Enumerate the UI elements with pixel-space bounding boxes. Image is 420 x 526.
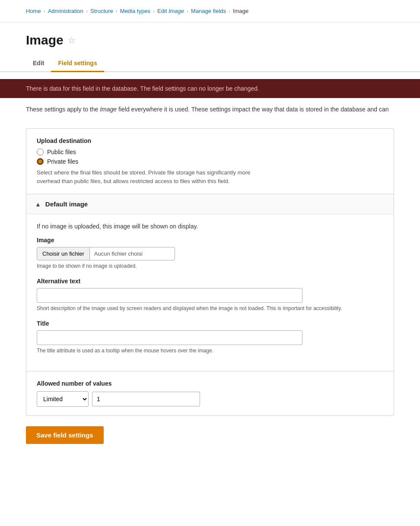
default-image-header[interactable]: ▲ Default image bbox=[26, 194, 394, 214]
breadcrumb-home[interactable]: Home bbox=[26, 8, 41, 14]
breadcrumb-administration[interactable]: Administration bbox=[48, 8, 83, 14]
upload-destination: Upload destination Public files Private … bbox=[26, 129, 394, 194]
image-field-block: Image Choisir un fichier Aucun fichier c… bbox=[37, 237, 383, 269]
file-name-display: Aucun fichier choisi bbox=[90, 247, 175, 260]
radio-public-files[interactable]: Public files bbox=[37, 149, 383, 155]
tabs: Edit Field settings bbox=[0, 55, 420, 72]
alert-error: There is data for this field in the data… bbox=[0, 79, 420, 98]
page-title: Image bbox=[26, 33, 64, 48]
breadcrumb-edit-image[interactable]: Edit Image bbox=[157, 8, 184, 14]
choose-file-button[interactable]: Choisir un fichier bbox=[37, 247, 90, 260]
allowed-values-section: Allowed number of values Limited Unlimit… bbox=[26, 371, 394, 415]
title-field-label: Title bbox=[37, 320, 383, 327]
upload-destination-label: Upload destination bbox=[37, 137, 383, 144]
breadcrumb-sep-5: › bbox=[187, 8, 188, 14]
breadcrumb-edit-image-italic: Image bbox=[169, 8, 184, 14]
alt-text-hint: Short description of the image used by s… bbox=[37, 305, 383, 311]
breadcrumb-sep-4: › bbox=[153, 8, 155, 14]
alt-text-input[interactable] bbox=[37, 288, 302, 303]
bookmark-icon[interactable]: ☆ bbox=[68, 35, 76, 45]
title-field-hint: The title attribute is used as a tooltip… bbox=[37, 348, 383, 354]
page-header: Image ☆ bbox=[0, 22, 420, 48]
upload-destination-radio-group: Public files Private files bbox=[37, 149, 383, 165]
title-field-input[interactable] bbox=[37, 330, 302, 345]
image-field-hint: Image to be shown if no image is uploade… bbox=[37, 263, 383, 269]
alt-text-label: Alternative text bbox=[37, 278, 383, 285]
breadcrumb-current: Image bbox=[233, 8, 248, 14]
default-image-body: If no image is uploaded, this image will… bbox=[26, 214, 394, 371]
radio-private-input[interactable] bbox=[37, 158, 44, 165]
allowed-values-label: Allowed number of values bbox=[37, 380, 383, 387]
tab-field-settings[interactable]: Field settings bbox=[51, 55, 104, 72]
collapse-toggle-icon: ▲ bbox=[35, 201, 41, 208]
image-field-label: Image bbox=[37, 237, 383, 244]
upload-destination-section: Upload destination Public files Private … bbox=[26, 128, 394, 416]
file-input-row: Choisir un fichier Aucun fichier choisi bbox=[37, 247, 175, 260]
tab-edit[interactable]: Edit bbox=[26, 55, 51, 72]
breadcrumb-sep-6: › bbox=[229, 8, 230, 14]
breadcrumb-sep-1: › bbox=[44, 8, 45, 14]
breadcrumb: Home › Administration › Structure › Medi… bbox=[0, 0, 420, 22]
alert-message: There is data for this field in the data… bbox=[26, 85, 259, 92]
breadcrumb-sep-3: › bbox=[116, 8, 118, 14]
description-italic: Image bbox=[100, 106, 117, 113]
breadcrumb-media-types[interactable]: Media types bbox=[120, 8, 150, 14]
allowed-values-row: Limited Unlimited bbox=[37, 391, 383, 407]
description-before: These settings apply to the bbox=[26, 106, 100, 113]
radio-private-label: Private files bbox=[47, 158, 78, 165]
alt-text-field-block: Alternative text Short description of th… bbox=[37, 278, 383, 311]
field-description: These settings apply to the Image field … bbox=[0, 98, 420, 113]
radio-public-input[interactable] bbox=[37, 149, 44, 155]
save-field-settings-button[interactable]: Save field settings bbox=[26, 426, 104, 444]
allowed-values-number[interactable] bbox=[92, 392, 200, 406]
upload-destination-hint: Select where the final files should be s… bbox=[37, 168, 274, 185]
default-image-title: Default image bbox=[45, 200, 88, 208]
breadcrumb-structure[interactable]: Structure bbox=[90, 8, 113, 14]
content-area: Upload destination Public files Private … bbox=[0, 113, 420, 461]
radio-public-label: Public files bbox=[47, 149, 76, 155]
breadcrumb-manage-fields[interactable]: Manage fields bbox=[191, 8, 226, 14]
description-after: field everywhere it is used. These setti… bbox=[117, 106, 388, 113]
title-field-block: Title The title attribute is used as a t… bbox=[37, 320, 383, 354]
allowed-values-select[interactable]: Limited Unlimited bbox=[37, 391, 89, 407]
radio-private-files[interactable]: Private files bbox=[37, 158, 383, 165]
default-image-section: ▲ Default image If no image is uploaded,… bbox=[26, 194, 394, 371]
breadcrumb-sep-2: › bbox=[86, 8, 88, 14]
default-image-info: If no image is uploaded, this image will… bbox=[37, 223, 383, 230]
